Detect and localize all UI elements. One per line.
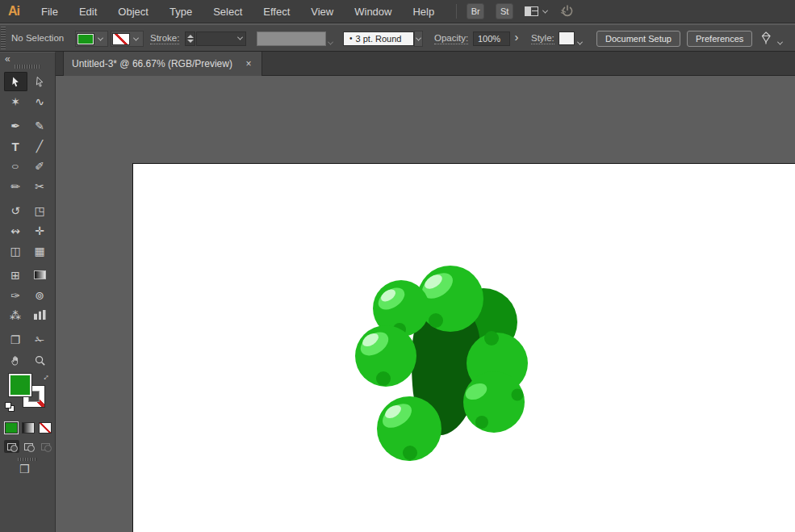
mesh-tool[interactable]: ⊞ (4, 266, 27, 285)
arrange-documents-icon (525, 6, 538, 16)
direct-selection-tool[interactable] (28, 72, 52, 91)
perspective-grid-tool-icon: ▦ (34, 245, 44, 257)
stroke-weight-field[interactable] (196, 31, 246, 46)
hand-tool[interactable] (4, 350, 27, 370)
width-profile-select (257, 31, 326, 46)
menu-item-object[interactable]: Object (107, 0, 159, 23)
scale-tool[interactable]: ◳ (28, 201, 52, 220)
menu-item-file[interactable]: File (31, 0, 69, 23)
draw-normal-button[interactable] (4, 440, 19, 453)
arrange-documents-button[interactable] (525, 6, 547, 16)
color-button[interactable] (5, 422, 18, 434)
shape-builder-tool[interactable]: ◫ (4, 241, 27, 261)
default-fill-stroke-icon[interactable] (5, 402, 16, 413)
collapse-panel-button[interactable]: « (5, 53, 9, 65)
menu-item-edit[interactable]: Edit (69, 0, 107, 23)
menu-item-window[interactable]: Window (344, 0, 402, 23)
stock-button[interactable]: St (496, 3, 513, 19)
stroke-weight-stepper[interactable] (185, 31, 195, 46)
draw-inside-button[interactable] (38, 440, 53, 453)
type-tool[interactable]: T (4, 136, 27, 156)
free-transform-tool[interactable]: ✛ (28, 221, 52, 241)
brush-dot-icon: • (349, 32, 353, 45)
paintbrush-tool-icon: ✐ (35, 161, 44, 172)
document-setup-button[interactable]: Document Setup (596, 31, 680, 47)
illustrator-window: Ai FileEditObjectTypeSelectEffectViewWin… (0, 0, 795, 532)
control-panel: No Selection Stroke: • 3 pt. Round Opaci… (0, 24, 795, 52)
pen-tool[interactable]: ✒ (4, 116, 27, 136)
control-panel-grip[interactable] (1, 27, 6, 49)
stroke-chevron-icon[interactable] (130, 32, 142, 46)
document-tab[interactable]: Untitled-3* @ 66.67% (RGB/Preview) × (63, 52, 262, 76)
style-chevron-icon[interactable] (578, 34, 582, 48)
tab-close-icon[interactable]: × (244, 58, 253, 69)
fill-swatch[interactable] (77, 33, 94, 45)
fill-indicator-swatch[interactable] (8, 373, 32, 397)
stroke-panel-link[interactable]: Stroke: (150, 33, 179, 44)
symbol-sprayer-tool[interactable]: ⁂ (4, 306, 27, 325)
menu-item-select[interactable]: Select (203, 0, 253, 23)
zoom-tool[interactable] (28, 350, 52, 370)
ellipse-tool[interactable]: ○ (4, 157, 27, 176)
brush-definition-select[interactable]: • 3 pt. Round (343, 31, 414, 46)
drawing-modes-row (4, 440, 54, 453)
style-link[interactable]: Style: (531, 33, 554, 44)
menu-item-type[interactable]: Type (159, 0, 203, 23)
gradient-tool[interactable] (28, 266, 52, 285)
blend-tool[interactable]: ⊚ (28, 286, 52, 305)
workspace-chevron-icon[interactable] (778, 34, 782, 48)
workspace-icon[interactable] (759, 31, 773, 48)
screen-mode-button[interactable]: ❒ (19, 463, 30, 475)
gradient-button[interactable] (22, 422, 35, 434)
selection-tool-icon (10, 76, 22, 88)
fill-chevron-icon[interactable] (94, 32, 107, 46)
paintbrush-tool[interactable]: ✐ (28, 157, 52, 176)
rotate-tool[interactable]: ↺ (4, 201, 27, 220)
curvature-tool[interactable]: ✎ (28, 116, 52, 136)
menubar-divider (456, 4, 457, 19)
selection-tool[interactable] (4, 72, 27, 91)
cs-live-icon[interactable] (560, 4, 575, 19)
slice-tool[interactable]: ✁ (28, 330, 52, 350)
bridge-button[interactable]: Br (467, 3, 484, 19)
column-graph-tool[interactable] (28, 306, 52, 325)
scissors-tool[interactable]: ✂ (28, 177, 52, 196)
menu-item-view[interactable]: View (300, 0, 344, 23)
line-segment-tool[interactable]: ╱ (28, 136, 52, 156)
menu: FileEditObjectTypeSelectEffectViewWindow… (31, 0, 445, 23)
draw-behind-button[interactable] (21, 440, 36, 453)
artboard-tool[interactable]: ❐ (4, 330, 27, 350)
lasso-tool[interactable]: ∿ (28, 92, 52, 111)
document-tab-title: Untitled-3* @ 66.67% (RGB/Preview) (72, 58, 232, 69)
magic-wand-tool[interactable]: ✶ (4, 92, 27, 111)
width-tool[interactable]: ↭ (4, 221, 27, 241)
fill-color-control[interactable] (75, 31, 108, 47)
stroke-none-swatch[interactable] (112, 33, 130, 45)
canvas-area[interactable] (56, 76, 795, 532)
stroke-color-control[interactable] (111, 31, 144, 47)
none-button[interactable] (39, 422, 52, 434)
blend-tool-icon: ⊚ (35, 290, 44, 301)
menu-item-help[interactable]: Help (402, 0, 445, 23)
pencil-tool[interactable]: ✏ (4, 177, 27, 196)
opacity-expand-button[interactable]: › (511, 30, 522, 44)
preferences-button[interactable]: Preferences (687, 31, 752, 47)
style-swatch[interactable] (559, 31, 575, 45)
opacity-field[interactable]: 100% (473, 31, 510, 46)
sphere-shadow (376, 371, 391, 386)
perspective-grid-tool[interactable]: ▦ (28, 241, 52, 261)
free-transform-tool-icon: ✛ (35, 225, 44, 237)
swap-fill-stroke-icon[interactable]: ↔ (38, 370, 51, 383)
artwork-green-cluster[interactable] (348, 245, 542, 467)
shape-builder-tool-icon: ◫ (10, 245, 20, 257)
stepper-up-icon[interactable] (187, 35, 194, 38)
color-mode-row (5, 422, 55, 434)
pen-tool-icon: ✒ (10, 120, 20, 132)
stepper-down-icon[interactable] (187, 40, 194, 43)
brush-chevron-button[interactable] (414, 31, 423, 47)
tools-panel-grip[interactable] (15, 65, 40, 69)
opacity-link[interactable]: Opacity: (434, 33, 468, 44)
workspace: « ✶∿✒✎T╱○✐✏✂↺◳↭✛◫▦⊞✑⊚⁂❐✁ ↔ ❒ (0, 52, 795, 532)
menu-item-effect[interactable]: Effect (253, 0, 300, 23)
eyedropper-tool[interactable]: ✑ (4, 286, 27, 305)
